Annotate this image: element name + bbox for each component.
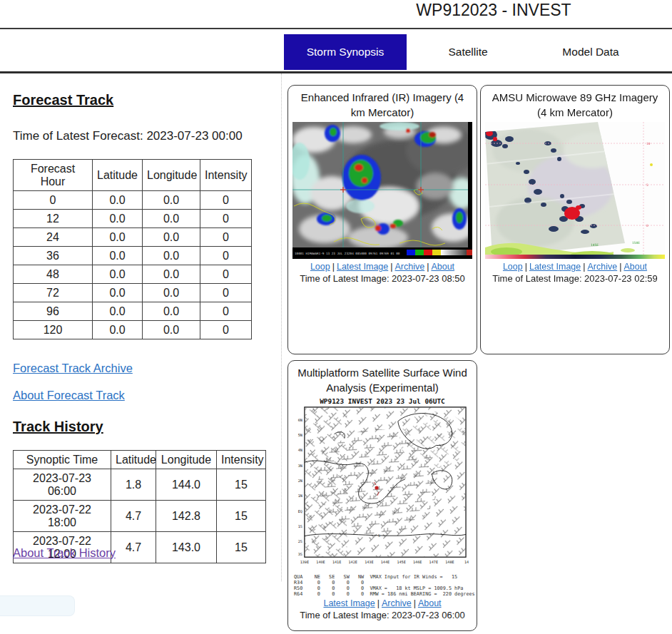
table-cell: 12 bbox=[14, 210, 93, 228]
status-bubble bbox=[0, 595, 75, 616]
svg-text:145E: 145E bbox=[397, 560, 405, 564]
link-separator: | bbox=[583, 262, 585, 272]
amsu-imagery-card: AMSU Microwave 89 GHz Imagery (4 km Merc… bbox=[480, 85, 670, 354]
ir-latest-image-time: Time of Latest Image: 2023-07-23 08:50 bbox=[288, 273, 477, 284]
table-row: 360.00.00 bbox=[14, 247, 252, 265]
wind-latest-image-link[interactable]: Latest Image bbox=[323, 598, 375, 608]
table-cell: 0.0 bbox=[93, 191, 143, 210]
table-cell: 0.0 bbox=[143, 265, 200, 284]
left-column: Forecast Track Time of Latest Forecast: … bbox=[0, 73, 282, 581]
latest-forecast-time: Time of Latest Forecast: 2023-07-23 00:0… bbox=[13, 129, 243, 143]
table-cell: 1.8 bbox=[111, 469, 156, 501]
svg-text:3N: 3N bbox=[298, 463, 302, 467]
track-history-heading: Track History bbox=[13, 419, 103, 435]
table-row: 720.00.00 bbox=[14, 284, 252, 302]
col-header: Intensity bbox=[200, 160, 252, 191]
table-cell: 0 bbox=[200, 302, 252, 321]
about-track-history-link[interactable]: About Track History bbox=[13, 546, 116, 560]
svg-text:2S: 2S bbox=[298, 539, 302, 543]
lat-label: 0 bbox=[646, 224, 648, 227]
table-cell: 0.0 bbox=[93, 210, 143, 228]
wind-about-link[interactable]: About bbox=[418, 598, 442, 608]
table-cell: 143.0 bbox=[156, 532, 217, 563]
amsu-colorbar bbox=[485, 255, 665, 259]
link-separator: | bbox=[414, 598, 416, 608]
x-axis-labels: 139E 140E 141E 142E 143E 144E 145E 146E … bbox=[300, 560, 469, 564]
table-cell: 15 bbox=[217, 532, 266, 563]
table-cell: 120 bbox=[14, 321, 93, 339]
ir-card-links: Loop|Latest Image|Archive|About bbox=[288, 262, 477, 272]
ir-latest-image-link[interactable]: Latest Image bbox=[337, 262, 388, 272]
svg-text:EQ: EQ bbox=[298, 508, 302, 513]
svg-text:14: 14 bbox=[464, 560, 469, 564]
amsu-about-link[interactable]: About bbox=[623, 262, 647, 272]
svg-text:141E: 141E bbox=[332, 560, 341, 564]
lat-label: 10 bbox=[646, 142, 651, 145]
col-header: Latitude bbox=[93, 160, 143, 191]
table-cell: 0.0 bbox=[143, 321, 200, 339]
svg-text:144E: 144E bbox=[381, 560, 390, 564]
wind-latest-image-time: Time of Latest Image: 2023-07-23 06:00 bbox=[288, 610, 477, 620]
table-cell: 142.8 bbox=[156, 501, 217, 532]
table-cell: 0.0 bbox=[143, 284, 200, 302]
col-header: Longitude bbox=[156, 451, 217, 469]
wind-card-links: Latest Image|Archive|About bbox=[288, 598, 477, 608]
table-cell: 15 bbox=[217, 469, 266, 501]
amsu-satellite-image[interactable]: 10 5 0 145E 150E bbox=[485, 122, 665, 259]
svg-text:143E: 143E bbox=[365, 560, 373, 564]
table-cell: 0 bbox=[14, 191, 93, 210]
svg-text:2N: 2N bbox=[298, 479, 302, 483]
tab-model-data[interactable]: Model Data bbox=[529, 34, 652, 70]
col-header: Longitude bbox=[143, 160, 200, 191]
ir-loop-link[interactable]: Loop bbox=[310, 262, 330, 272]
table-row: 120.00.00 bbox=[14, 210, 252, 228]
tab-storm-synopsis[interactable]: Storm Synopsis bbox=[284, 34, 407, 70]
col-header: Forecast Hour bbox=[14, 160, 93, 191]
wind-analysis-card: Multiplatform Satellite Surface Wind Ana… bbox=[287, 360, 477, 631]
table-header-row: Forecast Hour Latitude Longitude Intensi… bbox=[14, 160, 252, 191]
ir-about-link[interactable]: About bbox=[431, 262, 454, 272]
link-separator: | bbox=[377, 598, 380, 608]
table-cell: 72 bbox=[14, 284, 93, 302]
amsu-archive-link[interactable]: Archive bbox=[587, 262, 617, 272]
table-cell: 0.0 bbox=[93, 247, 143, 265]
svg-text:5N: 5N bbox=[298, 433, 302, 437]
table-cell: 4.7 bbox=[111, 532, 156, 563]
link-separator: | bbox=[525, 262, 527, 272]
forecast-track-archive-link[interactable]: Forecast Track Archive bbox=[13, 362, 133, 375]
wind-card-title: Multiplatform Satellite Surface Wind Ana… bbox=[295, 365, 469, 396]
table-cell: 0 bbox=[200, 191, 252, 210]
link-separator: | bbox=[427, 262, 429, 272]
ir-imagery-card: Enhanced Infrared (IR) Imagery (4 km Mer… bbox=[287, 85, 477, 354]
table-cell: 0.0 bbox=[93, 284, 143, 302]
amsu-loop-link[interactable]: Loop bbox=[503, 262, 523, 272]
col-header: Intensity bbox=[217, 451, 266, 469]
ir-archive-link[interactable]: Archive bbox=[394, 262, 424, 272]
table-cell: 0.0 bbox=[93, 228, 143, 247]
wind-archive-link[interactable]: Archive bbox=[382, 598, 412, 608]
table-cell: 2023-07-23 06:00 bbox=[14, 469, 111, 501]
table-cell: 0 bbox=[200, 265, 252, 284]
amsu-latest-image-link[interactable]: Latest Image bbox=[529, 262, 581, 272]
tab-satellite[interactable]: Satellite bbox=[407, 34, 529, 70]
ir-satellite-image[interactable]: 10001 HIMAWARI-9 13 23 JUL 23204 085000 … bbox=[292, 122, 472, 259]
wind-stats-line: R50 0 0 0 0 VMAX = 18 kt MSLP = 1009.5 h… bbox=[294, 586, 477, 591]
table-cell: 15 bbox=[217, 501, 266, 532]
link-separator: | bbox=[619, 262, 621, 272]
svg-text:3S: 3S bbox=[298, 552, 302, 556]
amsu-card-title: AMSU Microwave 89 GHz Imagery (4 km Merc… bbox=[488, 90, 662, 121]
svg-text:4N: 4N bbox=[298, 448, 302, 452]
wind-analysis-image[interactable]: WP9123 INVEST 2023 23 Jul 06UTC bbox=[293, 397, 472, 574]
table-row: 2023-07-23 06:001.8144.015 bbox=[14, 469, 266, 501]
about-forecast-track-link[interactable]: About Forecast Track bbox=[13, 389, 125, 402]
y-axis-labels: 6N 5N 4N 3N 2N 1N EQ 1S 2S 3S bbox=[298, 417, 302, 556]
svg-text:148E: 148E bbox=[445, 560, 454, 564]
col-header: Latitude bbox=[111, 451, 156, 469]
wind-stats-line: R64 0 0 0 0 RMW = 186 nmi BEARING = 220 … bbox=[294, 591, 477, 597]
table-row: 240.00.00 bbox=[14, 228, 252, 247]
svg-text:1S: 1S bbox=[298, 524, 302, 528]
table-cell: 144.0 bbox=[156, 469, 217, 501]
table-cell: 0.0 bbox=[93, 321, 143, 339]
table-cell: 24 bbox=[14, 228, 93, 247]
wind-stats-line: QUA NE SE SW NW VMAX Input for IR Winds … bbox=[294, 574, 477, 580]
